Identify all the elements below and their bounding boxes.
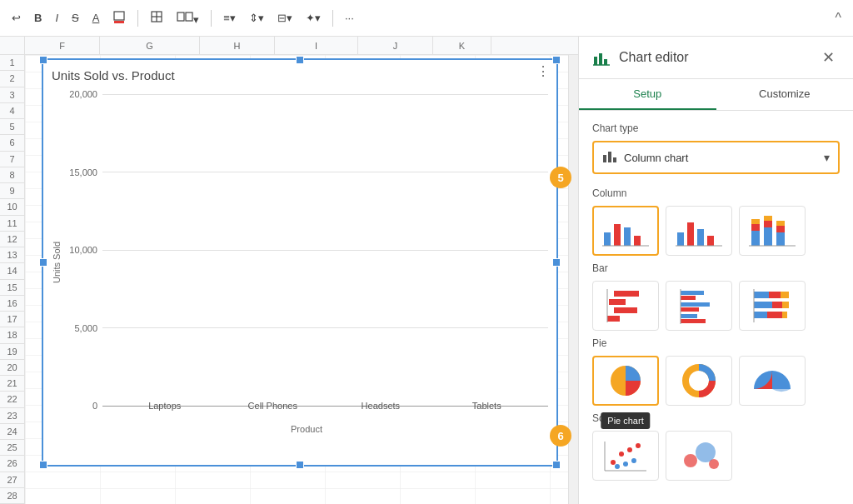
svg-rect-9 [599,53,602,65]
svg-rect-41 [681,296,696,300]
bar-chart-thumb-3[interactable] [739,281,806,331]
resize-handle-bc[interactable] [296,461,304,469]
toolbar-separator [137,10,138,27]
svg-point-68 [684,454,697,467]
editor-title: Chart editor [619,50,809,65]
rotate-button[interactable]: ✦▾ [301,8,326,27]
pie-half-chart-thumb[interactable] [739,356,806,406]
y-tick-10000: 10,000 [65,245,102,255]
align-button[interactable]: ≡▾ [218,8,241,27]
row-num-3: 3 [0,87,24,103]
row-num-24: 24 [0,424,24,440]
svg-rect-0 [114,12,124,20]
editor-close-button[interactable]: ✕ [817,47,840,68]
wrap-button[interactable]: ⊟▾ [272,8,297,27]
sheet-body: 1 2 3 4 5 6 7 8 9 10 11 12 13 14 15 16 1… [0,55,578,504]
svg-rect-13 [608,152,611,162]
more-button[interactable]: ··· [340,8,359,27]
svg-rect-52 [782,302,789,308]
chart-title: Units Sold vs. Product [52,68,548,82]
strikethrough-button[interactable]: S [67,8,84,27]
svg-rect-49 [781,292,789,298]
col-header-g[interactable]: G [100,37,200,54]
row-num-15: 15 [0,280,24,296]
svg-rect-14 [613,157,616,162]
svg-rect-44 [681,314,697,318]
resize-handle-ml[interactable] [39,258,47,267]
svg-rect-15 [604,232,611,246]
bar-chart-row [592,281,840,331]
svg-rect-45 [681,319,706,323]
row-num-6: 6 [0,135,24,151]
fill-color-button[interactable] [107,7,131,29]
chart-type-dropdown[interactable]: Column chart ▾ [592,141,840,174]
chart-type-label: Chart type [592,122,840,134]
row-num-4: 4 [0,103,24,119]
dropdown-arrow-icon: ▾ [824,151,830,164]
svg-rect-43 [681,307,699,312]
step-badge-6: 6 [550,425,571,447]
svg-rect-28 [764,227,772,246]
svg-rect-25 [751,231,760,246]
pie-tooltip: Pie chart [601,412,650,429]
bar-label-cellphones: Cell Phones [248,401,297,411]
valign-button[interactable]: ⇕▾ [244,8,269,27]
resize-handle-mr[interactable] [552,258,561,267]
row-num-10: 10 [0,199,24,215]
editor-tabs: Setup Customize [579,79,853,111]
svg-rect-38 [607,316,620,322]
resize-handle-tl[interactable] [39,56,47,64]
svg-rect-26 [751,224,760,231]
bar-chart-thumb-2[interactable] [666,281,732,331]
bar-label-laptops: Laptops [148,401,181,411]
resize-handle-tr[interactable] [552,56,561,64]
svg-point-65 [623,462,628,467]
row-num-21: 21 [0,376,24,392]
svg-rect-31 [776,232,785,246]
resize-handle-br[interactable] [552,461,561,469]
row-num-8: 8 [0,167,24,183]
col-header-h[interactable]: H [200,37,275,54]
italic-button[interactable]: I [50,8,63,27]
resize-handle-tc[interactable] [296,56,304,64]
chart-container: ⋮ Units Sold vs. Product Units Sold 20,0… [42,58,558,467]
chart-editor-icon [592,48,611,67]
svg-rect-21 [687,222,694,246]
scatter-chart-thumb-1[interactable] [592,431,659,481]
column-chart-thumb-1[interactable] [592,206,659,256]
undo-button[interactable]: ↩ [7,8,26,27]
column-headers: F G H I J K [0,37,578,55]
col-header-j[interactable]: J [358,37,433,54]
merge-cells-button[interactable]: ▾ [172,7,204,29]
col-header-k[interactable]: K [433,37,491,54]
chart-plot: 20,000 15,000 10,000 [65,89,548,436]
svg-rect-23 [707,236,714,246]
bar-section-label: Bar [592,262,840,274]
svg-rect-53 [754,312,767,318]
scatter-chart-thumb-2[interactable] [666,431,732,481]
svg-rect-29 [764,221,772,227]
borders-button[interactable] [145,7,168,29]
resize-handle-bl[interactable] [39,461,47,469]
svg-point-63 [631,458,636,463]
col-header-i[interactable]: I [275,37,358,54]
column-chart-thumb-2[interactable] [666,206,732,256]
svg-rect-16 [614,224,621,246]
tab-customize[interactable]: Customize [716,79,854,110]
y-axis-label: Units Sold [52,89,62,436]
svg-point-64 [636,443,641,448]
tab-setup[interactable]: Setup [579,79,716,110]
svg-rect-47 [754,292,769,298]
column-chart-thumb-3[interactable] [739,206,806,256]
bar-chart-thumb-1[interactable] [592,281,659,331]
column-section-label: Column [592,187,840,199]
bold-button[interactable]: B [29,8,47,27]
svg-rect-55 [782,312,787,318]
svg-point-61 [615,464,620,469]
collapse-toolbar-button[interactable]: ^ [830,7,846,29]
underline-button[interactable]: A [87,8,105,27]
pie-chart-thumb-1[interactable] [592,356,659,406]
bar-label-tablets: Tablets [472,401,501,411]
donut-chart-thumb[interactable] [666,356,732,406]
col-header-f[interactable]: F [25,37,100,54]
